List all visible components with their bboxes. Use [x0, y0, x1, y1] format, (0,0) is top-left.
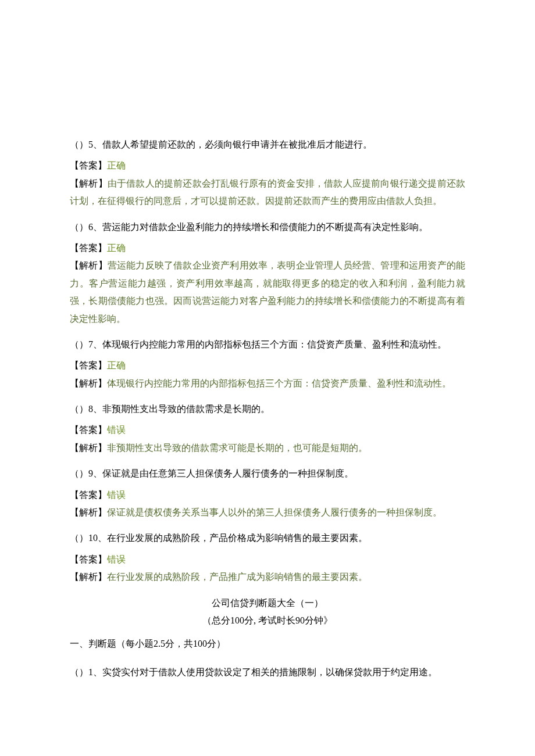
explanation-10: 【解析】在行业发展的成熟阶段，产品推广成为影响销售的最主要因素。 [70, 568, 465, 586]
explain-label: 【解析】 [70, 178, 108, 188]
answer-value: 错误 [107, 554, 126, 564]
answer-value: 错误 [107, 490, 126, 500]
question-5: （）5、借款人希望提前还款的，必须向银行申请并在被批准后才能进行。 [70, 136, 465, 153]
explain-text: 在行业发展的成熟阶段，产品推广成为影响销售的最主要因素。 [107, 572, 368, 582]
answer-value: 正确 [107, 360, 126, 370]
answer-5: 【答案】正确 [70, 157, 465, 174]
question-8: （）8、非预期性支出导致的借款需求是长期的。 [70, 400, 465, 418]
answer-9: 【答案】错误 [70, 486, 465, 504]
explain-label: 【解析】 [70, 378, 107, 388]
explain-label: 【解析】 [70, 443, 107, 453]
explain-text: 由于借款人的提前还款会打乱银行原有的资金安排，借款人应提前向银行递交提前还款计划… [70, 178, 465, 206]
answer-value: 正确 [107, 243, 126, 253]
title-line-1: 公司信贷判断题大全（一） [70, 594, 465, 612]
explain-label: 【解析】 [70, 260, 108, 270]
answer-value: 正确 [107, 160, 126, 170]
answer-label: 【答案】 [70, 160, 107, 170]
answer-label: 【答案】 [70, 360, 107, 370]
question-9: （）9、保证就是由任意第三人担保债务人履行债务的一种担保制度。 [70, 465, 465, 482]
question-7: （）7、体现银行内控能力常用的内部指标包括三个方面：信贷资产质量、盈利性和流动性… [70, 336, 465, 353]
explain-text: 保证就是债权债务关系当事人以外的第三人担保债务人履行债务的一种担保制度。 [107, 507, 442, 517]
answer-label: 【答案】 [70, 490, 107, 500]
answer-7: 【答案】正确 [70, 357, 465, 374]
explain-label: 【解析】 [70, 572, 107, 582]
explain-text: 非预期性支出导致的借款需求可能是长期的，也可能是短期的。 [107, 443, 368, 453]
answer-label: 【答案】 [70, 243, 107, 253]
question-10: （）10、在行业发展的成熟阶段，产品价格成为影响销售的最主要因素。 [70, 529, 465, 547]
answer-10: 【答案】错误 [70, 551, 465, 568]
explanation-8: 【解析】非预期性支出导致的借款需求可能是长期的，也可能是短期的。 [70, 439, 465, 457]
explain-label: 【解析】 [70, 507, 107, 517]
explain-text: 营运能力反映了借款企业资产利用效率，表明企业管理人员经营、管理和运用资产的能力。… [70, 260, 465, 323]
answer-8: 【答案】错误 [70, 421, 465, 439]
answer-6: 【答案】正确 [70, 239, 465, 257]
answer-label: 【答案】 [70, 554, 107, 564]
explanation-6: 【解析】营运能力反映了借款企业资产利用效率，表明企业管理人员经营、管理和运用资产… [70, 257, 465, 328]
answer-label: 【答案】 [70, 425, 107, 435]
question-6: （）6、营运能力对借款企业盈利能力的持续增长和偿债能力的不断提高有决定性影响。 [70, 218, 465, 236]
document-title-block: 公司信贷判断题大全（一） （总分100分, 考试时长90分钟》 [70, 594, 465, 630]
document-page: （）5、借款人希望提前还款的，必须向银行申请并在被批准后才能进行。 【答案】正确… [0, 0, 535, 756]
question-next-1: （）1、实贷实付对于借款人使用贷款设定了相关的措施限制，以确保贷款用于约定用途。 [70, 664, 465, 681]
explanation-9: 【解析】保证就是债权债务关系当事人以外的第三人担保债务人履行债务的一种担保制度。 [70, 504, 465, 521]
title-line-2: （总分100分, 考试时长90分钟》 [70, 612, 465, 629]
explanation-5: 【解析】由于借款人的提前还款会打乱银行原有的资金安排，借款人应提前向银行递交提前… [70, 175, 465, 210]
explanation-7: 【解析】体现银行内控能力常用的内部指标包括三个方面：信贷资产质量、盈利性和流动性… [70, 375, 465, 392]
answer-value: 错误 [107, 425, 126, 435]
explain-text: 体现银行内控能力常用的内部指标包括三个方面：信贷资产质量、盈利性和流动性。 [107, 378, 451, 388]
section-header: 一、判断题（每小题2.5分，共100分） [70, 635, 465, 653]
